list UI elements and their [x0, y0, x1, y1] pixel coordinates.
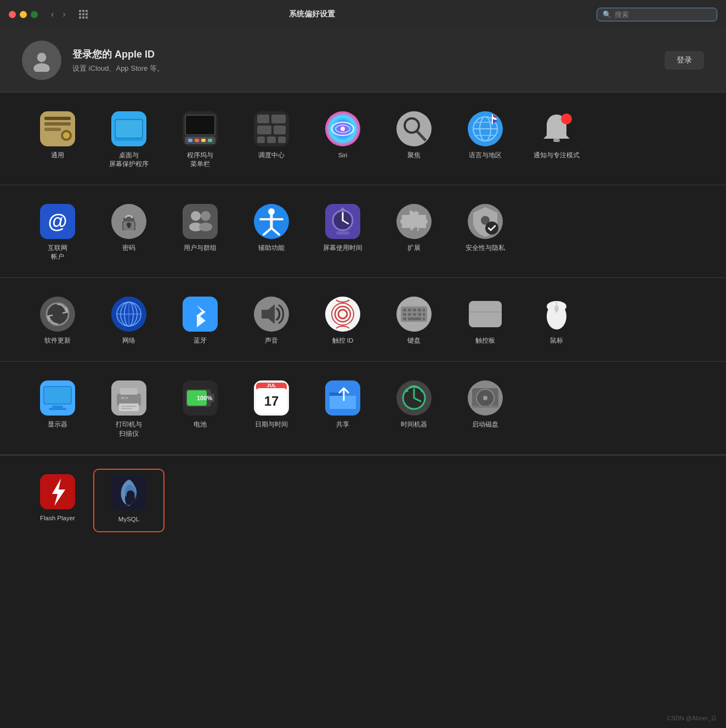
password-icon [111, 204, 146, 239]
svg-point-57 [201, 211, 211, 221]
extensions-icon [396, 204, 432, 239]
svg-point-1 [33, 63, 49, 72]
icon-item-mouse[interactable]: 鼠标 [521, 291, 592, 352]
icon-item-datetime[interactable]: JUL 17 日期与时间 [236, 375, 307, 445]
icon-item-general[interactable]: 通用 [22, 106, 93, 176]
icon-item-sharing[interactable]: 共享 [307, 375, 378, 445]
language-label: 语言与地区 [469, 151, 502, 160]
icon-item-network[interactable]: 网络 [93, 291, 165, 352]
icon-item-dock[interactable]: 程序坞与菜单栏 [165, 106, 236, 176]
internet-icon: @ [40, 204, 75, 239]
icon-item-softwareupdate[interactable]: 软件更新 [22, 291, 93, 352]
svg-rect-24 [274, 126, 286, 134]
users-icon [183, 204, 218, 239]
svg-rect-100 [403, 313, 406, 316]
dock-icon [183, 111, 218, 146]
icon-item-sound[interactable]: 声音 [236, 291, 307, 352]
icon-grid-account: @ 互联网帐户 密码 [22, 198, 704, 269]
svg-point-113 [554, 305, 559, 312]
touchid-label: 触控 ID [332, 336, 354, 345]
apple-id-text: 登录您的 Apple ID 设置 iCloud、App Store 等。 [72, 48, 654, 73]
sharing-icon [325, 380, 360, 416]
maximize-button[interactable] [31, 11, 38, 18]
svg-point-0 [37, 53, 47, 62]
svg-rect-22 [271, 115, 286, 123]
timemachine-label: 时间机器 [401, 420, 427, 429]
icon-item-users[interactable]: 用户与群组 [165, 198, 236, 269]
icon-item-touchid[interactable]: 触控 ID [307, 291, 378, 352]
svg-rect-42 [492, 115, 493, 124]
icon-item-spotlight[interactable]: 聚焦 [378, 106, 450, 176]
icon-item-language[interactable]: 语言与地区 [450, 106, 521, 176]
svg-rect-126 [121, 408, 132, 409]
icon-item-screentime[interactable]: 屏幕使用时间 [307, 198, 378, 269]
apple-id-heading: 登录您的 Apple ID [72, 48, 654, 61]
bluetooth-label: 蓝牙 [194, 336, 207, 345]
battery-icon: 100% [183, 380, 218, 416]
svg-rect-70 [336, 231, 349, 235]
svg-rect-104 [423, 313, 425, 316]
network-label: 网络 [122, 336, 135, 345]
svg-rect-121 [120, 388, 138, 395]
icon-item-security[interactable]: 安全性与隐私 [450, 198, 521, 269]
svg-rect-147 [472, 406, 498, 408]
traffic-lights [9, 11, 38, 18]
svg-rect-116 [44, 387, 71, 403]
icon-item-timemachine[interactable]: 时间机器 [378, 375, 450, 445]
minimize-button[interactable] [20, 11, 27, 18]
mouse-label: 鼠标 [550, 336, 563, 345]
icon-item-extensions[interactable]: 扩展 [378, 198, 450, 269]
search-bar[interactable]: 🔍 [597, 8, 717, 21]
icon-item-display[interactable]: 显示器 [22, 375, 93, 445]
icon-item-accessibility[interactable]: 辅助功能 [236, 198, 307, 269]
section-system: 显示器 打印机与扫描仪 [0, 362, 726, 454]
printers-icon [111, 380, 146, 416]
window-title: 系统偏好设置 [34, 9, 590, 19]
search-icon: 🔍 [603, 10, 611, 19]
svg-rect-107 [423, 317, 425, 320]
icon-grid-hardware: 软件更新 网络 [22, 291, 704, 352]
icon-item-keyboard[interactable]: 键盘 [378, 291, 450, 352]
dock-label: 程序坞与菜单栏 [187, 151, 213, 168]
svg-rect-101 [408, 313, 411, 316]
apple-id-section: 登录您的 Apple ID 设置 iCloud、App Store 等。 登录 [0, 29, 726, 93]
svg-text:@: @ [48, 210, 67, 232]
icon-item-printers[interactable]: 打印机与扫描仪 [93, 375, 165, 445]
icon-item-internet[interactable]: @ 互联网帐户 [22, 198, 93, 269]
icon-item-notification[interactable]: 通知与专注模式 [521, 106, 592, 176]
icon-grid-system: 显示器 打印机与扫描仪 [22, 375, 704, 445]
icon-item-bluetooth[interactable]: 蓝牙 [165, 291, 236, 352]
section-hardware: 软件更新 网络 [0, 278, 726, 362]
icon-item-mission[interactable]: 调度中心 [236, 106, 307, 176]
svg-rect-18 [201, 139, 206, 142]
notification-label: 通知与专注模式 [534, 151, 580, 160]
section-personal: 通用 桌面与屏幕保护程序 [0, 93, 726, 185]
icon-item-flashplayer[interactable]: Flash Player [22, 469, 93, 532]
datetime-icon: JUL 17 [254, 380, 289, 416]
icon-item-mysql[interactable]: MySQL [93, 469, 165, 532]
svg-rect-54 [183, 204, 218, 239]
svg-rect-46 [553, 139, 560, 142]
svg-rect-103 [418, 313, 421, 316]
svg-rect-4 [44, 122, 71, 126]
svg-point-146 [483, 396, 487, 400]
avatar [22, 41, 61, 80]
search-input[interactable] [615, 10, 702, 19]
icon-item-trackpad[interactable]: 触控板 [450, 291, 521, 352]
icon-item-battery[interactable]: 100% 电池 [165, 375, 236, 445]
icon-item-password[interactable]: 密码 [93, 198, 165, 269]
icon-item-desktop[interactable]: 桌面与屏幕保护程序 [93, 106, 165, 176]
touchid-icon [325, 297, 360, 332]
svg-rect-5 [44, 128, 61, 131]
login-button[interactable]: 登录 [665, 51, 704, 70]
spotlight-icon [396, 111, 432, 146]
icon-item-startup[interactable]: 启动磁盘 [450, 375, 521, 445]
siri-icon [325, 111, 360, 146]
svg-point-32 [396, 111, 432, 146]
desktop-icon [111, 111, 146, 146]
icon-item-siri[interactable]: Siri [307, 106, 378, 176]
close-button[interactable] [9, 11, 16, 18]
accessibility-label: 辅助功能 [258, 243, 285, 252]
battery-label: 电池 [194, 420, 207, 429]
svg-text:17: 17 [264, 394, 279, 408]
